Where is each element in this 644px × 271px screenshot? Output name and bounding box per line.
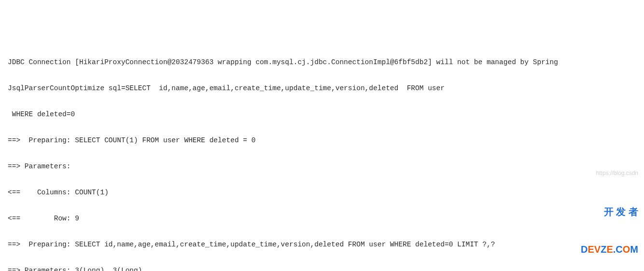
log-line: ==> Preparing: SELECT id,name,age,email,… xyxy=(8,238,644,251)
log-line: ==> Parameters: 3(Long), 3(Long) xyxy=(8,264,644,271)
log-line: ==> Parameters: xyxy=(8,160,644,173)
log-line: WHERE deleted=0 xyxy=(8,108,644,121)
log-line: JsqlParserCountOptimize sql=SELECT id,na… xyxy=(8,82,644,95)
log-line: JDBC Connection [HikariProxyConnection@2… xyxy=(8,56,644,69)
log-line: <== Columns: COUNT(1) xyxy=(8,186,644,199)
log-line: ==> Preparing: SELECT COUNT(1) FROM user… xyxy=(8,134,644,147)
log-line: <== Row: 9 xyxy=(8,212,644,225)
